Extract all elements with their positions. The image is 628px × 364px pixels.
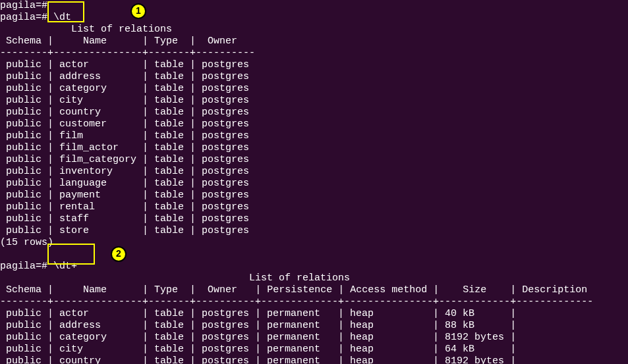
- table-row: public | film_actor | table | postgres: [0, 142, 628, 154]
- table-row: public | city | table | postgres: [0, 95, 628, 107]
- table2-body: public | actor | table | postgres | perm…: [0, 308, 628, 364]
- table-row: public | category | table | postgres: [0, 83, 628, 95]
- highlight-command-2: [47, 244, 95, 265]
- annotation-1: 1: [130, 3, 146, 19]
- table-row: public | staff | table | postgres: [0, 213, 628, 225]
- table2-separator: --------+---------------+-------+-------…: [0, 296, 628, 308]
- prompt-line-1[interactable]: pagila=# \dt: [0, 12, 628, 24]
- table-row: public | rental | table | postgres: [0, 201, 628, 213]
- table-row: public | language | table | postgres: [0, 178, 628, 190]
- table2-title: List of relations: [0, 273, 628, 284]
- table-row: public | payment | table | postgres: [0, 190, 628, 201]
- table-row: public | city | table | postgres | perma…: [0, 344, 628, 355]
- table1-separator: --------+---------------+-------+-------…: [0, 47, 628, 59]
- table-row: public | address | table | postgres | pe…: [0, 320, 628, 332]
- annotation-2: 2: [111, 246, 127, 262]
- table-row: public | address | table | postgres: [0, 71, 628, 83]
- prompt-line-0: pagila=#: [0, 0, 628, 12]
- highlight-command-1: [47, 1, 84, 22]
- table-row: public | category | table | postgres | p…: [0, 332, 628, 344]
- table-row: public | customer | table | postgres: [0, 118, 628, 130]
- table2-header: Schema | Name | Type | Owner | Persisten…: [0, 284, 628, 296]
- table1-title: List of relations: [0, 24, 628, 36]
- table-row: public | actor | table | postgres | perm…: [0, 308, 628, 320]
- terminal-output: pagila=# pagila=# \dt List of relations …: [0, 0, 628, 364]
- table-row: public | film_category | table | postgre…: [0, 154, 628, 166]
- table-row: public | store | table | postgres: [0, 225, 628, 237]
- table-row: public | film | table | postgres: [0, 130, 628, 142]
- table-row: public | country | table | postgres | pe…: [0, 355, 628, 364]
- table1-header: Schema | Name | Type | Owner: [0, 36, 628, 47]
- table1-body: public | actor | table | postgres public…: [0, 59, 628, 237]
- table-row: public | inventory | table | postgres: [0, 166, 628, 178]
- table-row: public | actor | table | postgres: [0, 59, 628, 71]
- table-row: public | country | table | postgres: [0, 107, 628, 118]
